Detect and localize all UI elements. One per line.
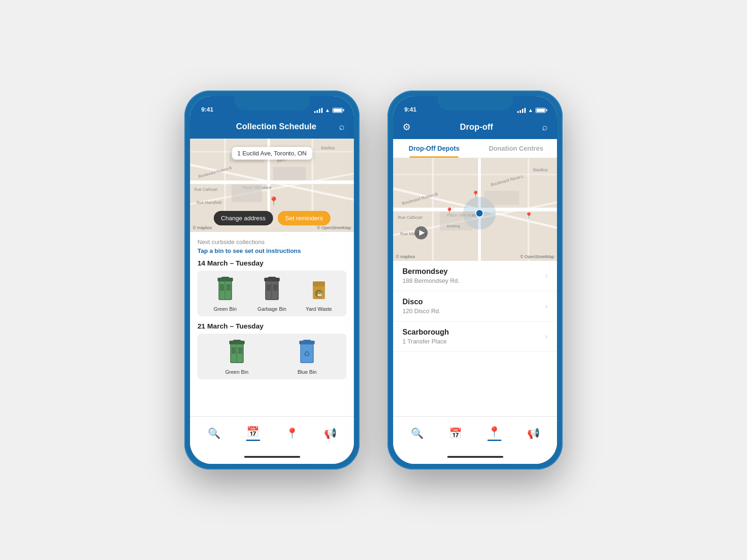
bin-blue-bin[interactable]: ♻ Blue Bin (273, 338, 342, 375)
nav-location-1[interactable]: 📍 (280, 425, 304, 442)
search-nav-icon: 🔍 (208, 427, 220, 440)
search-nav-icon-2: 🔍 (411, 427, 423, 440)
notch-2 (438, 96, 513, 110)
tab-dropoff-depots[interactable]: Drop-Off Depots (393, 139, 475, 158)
change-address-button[interactable]: Change address (213, 211, 273, 225)
page-title-2: Drop-off (460, 122, 493, 132)
svg-rect-20 (221, 277, 229, 280)
svg-rect-15 (273, 167, 306, 180)
svg-rect-71 (484, 191, 519, 205)
blue-bin-label: Blue Bin (297, 369, 317, 375)
search-icon-2[interactable]: ⌕ (542, 122, 548, 133)
wifi-icon: ▲ (325, 107, 330, 113)
home-indicator-1 (190, 450, 354, 464)
green-bin-icon-2 (225, 338, 248, 366)
page-title-1: Collection Schedule (236, 122, 316, 132)
yard-waste-icon: ☕ (307, 275, 331, 303)
nav-alerts-2[interactable]: 📢 (521, 425, 545, 442)
garbage-bin-icon (260, 275, 283, 303)
tab-bar: Drop-Off Depots Donation Centres (393, 139, 557, 158)
collection-date-2: 21 March – Tuesday (197, 322, 346, 330)
location-nav-icon-2: 📍 (488, 426, 500, 438)
calendar-nav-icon-2: 📅 (449, 427, 462, 440)
wifi-icon-2: ▲ (528, 107, 533, 113)
nav-schedule-2[interactable]: 📅 (444, 425, 467, 442)
map-attribution-1: © OpenStreetMap (317, 225, 351, 230)
svg-text:Basilica: Basilica (533, 168, 548, 172)
location-disco[interactable]: Disco 120 Disco Rd. › (393, 291, 557, 322)
chevron-icon-2: › (545, 302, 548, 310)
location-scarborough[interactable]: Scarborough 1 Transfer Place › (393, 322, 557, 352)
battery-icon-2 (536, 108, 546, 113)
nav-search-1[interactable]: 🔍 (202, 425, 226, 442)
map-attribution-2: © OpenStreetMap (520, 254, 554, 259)
yard-waste-label: Yard Waste (306, 306, 332, 312)
location-address-2: 120 Disco Rd. (402, 308, 441, 315)
schedule-content: Next curbside collections Tap a bin to s… (190, 232, 354, 416)
calendar-nav-icon: 📅 (247, 426, 259, 438)
bins-row-1: Green Bin (197, 271, 346, 316)
chevron-icon-1: › (545, 272, 548, 280)
bins-row-2: Green Bin ♻ (197, 334, 346, 379)
green-bin-label: Green Bin (213, 306, 237, 312)
svg-rect-32 (313, 281, 325, 286)
bin-green-bin-2[interactable]: Green Bin (202, 338, 272, 375)
map-1: Boulevard Robert-B René-Lévé Rue Cathcar… (190, 139, 354, 232)
location-name-3: Scarborough (402, 328, 449, 336)
nav-search-2[interactable]: 🔍 (405, 425, 429, 442)
notch (235, 96, 310, 110)
search-icon-1[interactable]: ⌕ (339, 121, 345, 132)
bin-garbage-bin[interactable]: Garbage Bin (249, 275, 295, 312)
svg-text:☕: ☕ (317, 291, 323, 297)
svg-text:Rue Mansfield: Rue Mansfield (197, 200, 222, 205)
svg-rect-47 (303, 340, 311, 343)
svg-rect-23 (226, 284, 231, 291)
svg-rect-43 (238, 347, 242, 354)
location-address-1: 188 Bermondsey Rd. (402, 277, 459, 284)
svg-text:Building: Building (447, 224, 460, 228)
svg-text:Rue Cathcart: Rue Cathcart (194, 187, 218, 192)
bin-green-bin[interactable]: Green Bin (202, 275, 248, 312)
svg-text:📍: 📍 (472, 190, 480, 198)
app-content-1: Boulevard Robert-B René-Lévé Rue Cathcar… (190, 139, 354, 416)
svg-rect-27 (268, 277, 276, 280)
next-collections-label: Next curbside collections (197, 238, 346, 245)
svg-rect-29 (267, 284, 271, 291)
tap-instruction[interactable]: Tap a bin to see set out instructions (197, 247, 346, 254)
svg-text:📍: 📍 (525, 212, 533, 220)
set-reminders-button[interactable]: Set reminders (278, 211, 331, 225)
map-address: 1 Euclid Ave, Toronto, ON (232, 147, 312, 160)
dropoff-map: Boulevard Robert-B Boulevard René-L Rue … (393, 158, 557, 261)
nav-schedule-1[interactable]: 📅 (240, 423, 266, 444)
nav-alerts-1[interactable]: 📢 (318, 425, 342, 442)
time-2: 9:41 (404, 106, 416, 113)
svg-rect-42 (232, 347, 236, 354)
home-indicator-2 (393, 450, 557, 464)
battery-icon (332, 108, 343, 113)
svg-rect-30 (273, 284, 277, 291)
bottom-nav-1: 🔍 📅 📍 📢 (190, 416, 354, 450)
app-header-1: Collection Schedule ⌕ (190, 117, 354, 139)
garbage-bin-label: Garbage Bin (258, 306, 287, 312)
dropoff-header: ⚙ Drop-off ⌕ (393, 117, 557, 139)
alerts-nav-icon-2: 📢 (527, 427, 540, 440)
phone-1: 9:41 ▲ Collection Schedule ⌕ (184, 91, 359, 469)
blue-bin-icon: ♻ (296, 338, 319, 366)
active-indicator (246, 440, 260, 441)
map-buttons: Change address Set reminders (213, 211, 330, 225)
location-nav-icon: 📍 (286, 427, 298, 440)
svg-rect-22 (220, 284, 224, 291)
location-bermondsey[interactable]: Bermondsey 188 Bermondsey Rd. › (393, 261, 557, 291)
signal-icon (314, 108, 323, 113)
gear-icon[interactable]: ⚙ (402, 121, 411, 133)
tab-donation-centres[interactable]: Donation Centres (475, 139, 557, 158)
green-bin-icon (213, 275, 237, 303)
nav-location-2[interactable]: 📍 (482, 423, 507, 444)
green-bin-label-2: Green Bin (225, 369, 248, 375)
svg-rect-14 (232, 184, 262, 202)
location-address-3: 1 Transfer Place (402, 338, 449, 345)
bin-yard-waste[interactable]: ☕ Yard Waste (296, 275, 342, 312)
bottom-nav-2: 🔍 📅 📍 📢 (393, 416, 557, 450)
phone-2: 9:41 ▲ ⚙ Drop-off ⌕ Drop-Off De (388, 91, 563, 469)
map-pin: 📍 (268, 196, 279, 206)
